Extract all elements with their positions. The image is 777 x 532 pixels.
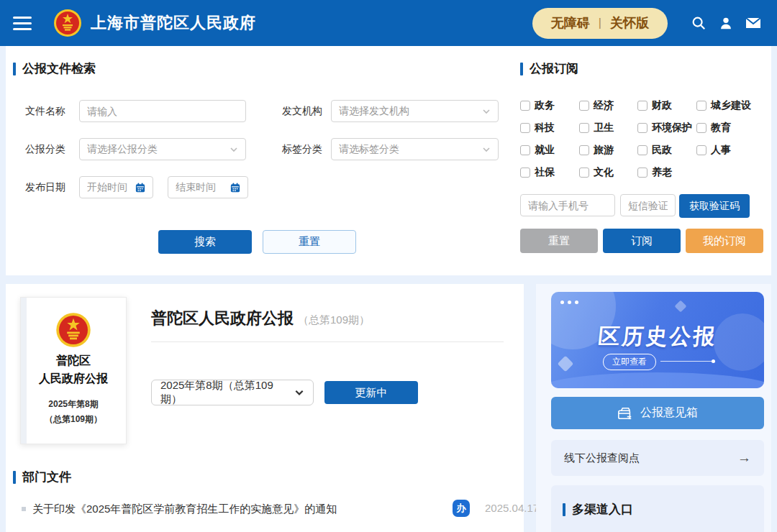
mail-icon[interactable] (745, 14, 762, 32)
category-option[interactable]: 卫生 (579, 121, 637, 134)
menu-icon[interactable] (13, 17, 32, 30)
issue-select[interactable]: 2025年第8期（总第109期） (151, 380, 314, 405)
chevron-down-icon (482, 145, 491, 154)
doc-name-label: 文件名称 (25, 100, 65, 122)
ban-app-badge-icon[interactable]: 办 (453, 500, 470, 517)
gazette-main-card: 普陀区 人民政府公报 2025年第8期 （总第109期） 普陀区人民政府公报（总… (6, 284, 524, 532)
get-code-button[interactable]: 获取验证码 (679, 194, 750, 218)
checkbox[interactable] (637, 168, 648, 178)
checkbox[interactable] (579, 101, 589, 111)
suggestion-box-icon (617, 406, 633, 421)
title-accent-bar (520, 63, 523, 75)
gazette-cover[interactable]: 普陀区 人民政府公报 2025年第8期 （总第109期） (20, 297, 127, 444)
accessibility-pill[interactable]: 无障碍 | 关怀版 (532, 8, 668, 39)
category-option[interactable]: 文化 (579, 166, 637, 179)
suggestion-box-button[interactable]: 公报意见箱 (551, 397, 764, 429)
category-option[interactable]: 经济 (579, 99, 637, 112)
category-label: 政务 (535, 99, 555, 112)
category-option[interactable]: 财政 (637, 99, 696, 112)
tag-category-label: 标签分类 (282, 138, 322, 160)
offline-reading-points-link[interactable]: 线下公报查阅点 → (551, 440, 764, 476)
publish-date-label: 发布日期 (25, 176, 65, 198)
title-accent-bar (563, 503, 565, 516)
banner-cta-line (660, 361, 712, 362)
category-label: 城乡建设 (711, 99, 751, 112)
gazette-category-select[interactable]: 请选择公报分类 (79, 138, 246, 160)
checkbox[interactable] (696, 123, 706, 133)
category-option[interactable]: 就业 (520, 144, 579, 157)
gazette-title: 普陀区人民政府公报（总第109期） (151, 308, 370, 329)
category-option[interactable]: 城乡建设 (696, 99, 768, 112)
user-icon[interactable] (717, 14, 735, 32)
category-option[interactable]: 政务 (520, 99, 579, 112)
search-button[interactable]: 搜索 (158, 230, 252, 254)
multi-channel-title-text: 多渠道入口 (572, 501, 633, 518)
checkbox[interactable] (637, 101, 648, 111)
category-option[interactable]: 人事 (696, 144, 768, 157)
checkbox[interactable] (696, 101, 706, 111)
phone-number-input[interactable] (520, 194, 615, 216)
doc-list-item[interactable]: 关于印发《2025年普陀区学前教育招生工作的实施意见》的通知 办 2025.04… (22, 500, 518, 518)
care-mode-label[interactable]: 关怀版 (610, 14, 649, 32)
banner-cta-button[interactable]: 立即查看 (603, 354, 656, 370)
department-docs-title-text: 部门文件 (22, 469, 71, 485)
gazette-title-text: 普陀区人民政府公报 (151, 309, 294, 327)
category-option[interactable]: 民政 (637, 144, 696, 157)
category-option[interactable]: 科技 (520, 121, 579, 134)
checkbox[interactable] (520, 101, 530, 111)
header-actions: 无障碍 | 关怀版 (532, 8, 767, 39)
checkbox[interactable] (579, 145, 589, 155)
my-subscription-button[interactable]: 我的订阅 (686, 229, 763, 253)
category-option[interactable]: 社保 (520, 166, 579, 179)
end-date-placeholder: 结束时间 (176, 181, 230, 194)
tag-category-select[interactable]: 请选标签分类 (331, 138, 499, 160)
banner-decor-cube (675, 301, 687, 313)
issue-select-value: 2025年第8期（总第109期） (160, 379, 294, 406)
category-label: 财政 (652, 99, 672, 112)
gazette-category-label: 公报分类 (25, 138, 65, 160)
top-header: 上海市普陀区人民政府 无障碍 | 关怀版 (0, 0, 777, 46)
checkbox[interactable] (579, 123, 589, 133)
search-icon[interactable] (690, 14, 707, 32)
checkbox[interactable] (520, 145, 530, 155)
cover-total-issue: （总第109期） (45, 413, 102, 426)
category-label: 卫生 (594, 121, 614, 134)
issuing-agency-select[interactable]: 请选择发文机构 (331, 100, 499, 122)
chevron-down-icon (230, 145, 238, 154)
subscribe-button[interactable]: 订阅 (603, 229, 681, 253)
doc-name-input[interactable] (79, 100, 246, 122)
checkbox[interactable] (696, 145, 706, 155)
category-label: 养老 (652, 166, 672, 179)
gazette-category-placeholder: 请选择公报分类 (87, 143, 230, 156)
category-option[interactable]: 环境保护 (637, 121, 696, 134)
reset-subscribe-button[interactable]: 重置 (520, 229, 598, 253)
checkbox[interactable] (520, 123, 530, 133)
doc-title-link[interactable]: 关于印发《2025年普陀区学前教育招生工作的实施意见》的通知 (32, 503, 337, 516)
category-option[interactable]: 教育 (696, 121, 768, 134)
history-gazette-banner[interactable]: 区历史公报 立即查看 (551, 292, 764, 388)
issuing-agency-placeholder: 请选择发文机构 (339, 105, 482, 118)
checkbox[interactable] (520, 168, 530, 178)
start-date-picker[interactable]: 开始时间 (79, 176, 153, 198)
category-label: 文化 (594, 166, 614, 179)
category-label: 就业 (535, 144, 555, 157)
end-date-picker[interactable]: 结束时间 (168, 176, 248, 198)
accessibility-label[interactable]: 无障碍 (551, 14, 590, 32)
banner-dots-icon (560, 301, 578, 304)
category-option[interactable]: 旅游 (579, 144, 637, 157)
checkbox[interactable] (637, 145, 648, 155)
multi-channel-title: 多渠道入口 (563, 501, 633, 518)
checkbox[interactable] (579, 168, 589, 178)
subscribe-panel-title-text: 公报订阅 (530, 60, 578, 77)
checkbox[interactable] (637, 123, 648, 133)
banner-decor-wave (551, 372, 764, 388)
site-title: 上海市普陀区人民政府 (91, 12, 256, 34)
multi-channel-card: 多渠道入口 (551, 485, 764, 532)
update-status-button[interactable]: 更新中 (324, 381, 418, 404)
sms-code-input[interactable] (620, 194, 676, 216)
issuing-agency-label: 发文机构 (282, 100, 322, 122)
cover-name: 人民政府公报 (39, 372, 108, 387)
category-option[interactable]: 养老 (637, 166, 696, 179)
reset-search-button[interactable]: 重置 (263, 230, 356, 254)
gazette-sidebar: 区历史公报 立即查看 公报意见箱 线下公报查阅点 → 多渠道入口 (536, 284, 771, 532)
